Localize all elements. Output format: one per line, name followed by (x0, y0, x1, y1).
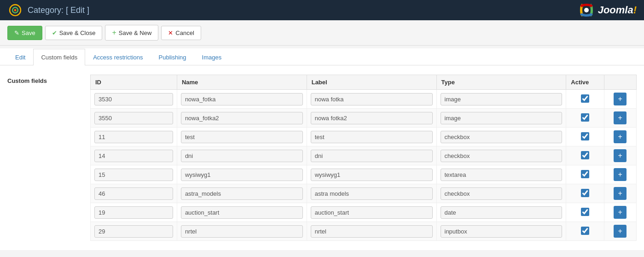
cell-name (177, 184, 307, 203)
cell-name (177, 165, 307, 184)
field-type-3[interactable] (441, 150, 563, 162)
cell-id (91, 222, 177, 241)
cell-active (566, 90, 604, 109)
save-label: Save (22, 29, 35, 36)
field-label-7[interactable] (311, 225, 433, 238)
active-checkbox-6[interactable] (581, 208, 589, 216)
svg-point-3 (14, 9, 16, 11)
toolbar: ✎ Save ✔ Save & Close + Save & New ✕ Can… (0, 20, 644, 46)
field-label-0[interactable] (311, 93, 433, 105)
save-new-button[interactable]: + Save & New (105, 25, 158, 41)
add-button-6[interactable]: + (614, 206, 627, 219)
cell-active (566, 109, 604, 128)
field-type-5[interactable] (441, 187, 563, 200)
field-name-0[interactable] (181, 93, 303, 105)
field-label-5[interactable] (311, 187, 433, 200)
cell-id (91, 90, 177, 109)
cell-type (436, 222, 566, 241)
field-type-4[interactable] (441, 169, 563, 181)
cell-id (91, 128, 177, 146)
save-button[interactable]: ✎ Save (7, 26, 42, 40)
field-type-2[interactable] (441, 131, 563, 143)
add-button-0[interactable]: + (614, 93, 627, 105)
tab-edit[interactable]: Edit (7, 49, 33, 65)
field-id-3[interactable] (94, 150, 173, 162)
field-name-5[interactable] (181, 187, 303, 200)
field-name-2[interactable] (181, 131, 303, 143)
add-button-7[interactable]: + (614, 225, 627, 238)
tab-access-restrictions[interactable]: Access restrictions (85, 49, 151, 65)
navbar: Category: [ Edit ] Joomla! (0, 0, 644, 20)
joomla-star-icon (7, 2, 23, 18)
cell-label (307, 203, 436, 222)
cell-label (307, 222, 436, 241)
active-checkbox-7[interactable] (581, 227, 589, 235)
cancel-icon: ✕ (168, 29, 173, 36)
save-close-button[interactable]: ✔ Save & Close (45, 26, 103, 40)
cell-label (307, 90, 436, 109)
cell-active (566, 165, 604, 184)
field-id-6[interactable] (94, 206, 173, 219)
save-icon: ✎ (14, 29, 19, 36)
field-label-6[interactable] (311, 206, 433, 219)
field-name-7[interactable] (181, 225, 303, 238)
cell-type (436, 90, 566, 109)
active-checkbox-0[interactable] (581, 94, 589, 103)
field-id-1[interactable] (94, 112, 173, 124)
cell-action: + (604, 90, 637, 109)
check-icon: ✔ (52, 29, 57, 36)
save-close-label: Save & Close (59, 29, 96, 36)
cell-id (91, 109, 177, 128)
field-name-6[interactable] (181, 206, 303, 219)
add-button-3[interactable]: + (614, 149, 627, 162)
svg-point-4 (584, 8, 589, 12)
field-id-7[interactable] (94, 225, 173, 238)
main-content: Custom fields ID Name Label Type Active (0, 65, 644, 250)
tab-publishing[interactable]: Publishing (151, 49, 194, 65)
tab-images[interactable]: Images (194, 49, 230, 65)
field-label-1[interactable] (311, 112, 433, 124)
field-label-3[interactable] (311, 150, 433, 162)
field-id-5[interactable] (94, 187, 173, 200)
add-button-4[interactable]: + (614, 168, 627, 181)
cell-type (436, 184, 566, 203)
cell-name (177, 222, 307, 241)
cell-type (436, 128, 566, 146)
active-checkbox-2[interactable] (581, 132, 589, 140)
active-checkbox-3[interactable] (581, 151, 589, 159)
joomla-logo-icon (578, 1, 595, 19)
active-checkbox-1[interactable] (581, 113, 589, 122)
cell-id (91, 146, 177, 165)
cell-name (177, 203, 307, 222)
field-label-2[interactable] (311, 131, 433, 143)
field-type-6[interactable] (441, 206, 563, 219)
cell-id (91, 203, 177, 222)
tab-custom-fields[interactable]: Custom fields (33, 49, 85, 65)
cell-active (566, 203, 604, 222)
add-button-5[interactable]: + (614, 187, 627, 200)
cancel-button[interactable]: ✕ Cancel (161, 26, 201, 40)
field-name-3[interactable] (181, 150, 303, 162)
field-type-1[interactable] (441, 112, 563, 124)
plus-green-icon: + (112, 29, 116, 37)
add-button-2[interactable]: + (614, 130, 627, 143)
field-id-2[interactable] (94, 131, 173, 143)
field-id-0[interactable] (94, 93, 173, 105)
col-header-id: ID (91, 75, 177, 90)
field-name-1[interactable] (181, 112, 303, 124)
active-checkbox-4[interactable] (581, 170, 589, 178)
table-row: + (91, 222, 637, 241)
cell-active (566, 222, 604, 241)
field-id-4[interactable] (94, 169, 173, 181)
cell-type (436, 203, 566, 222)
field-type-0[interactable] (441, 93, 563, 105)
save-new-label: Save & New (119, 29, 152, 36)
table-header-row: ID Name Label Type Active (91, 75, 637, 90)
joomla-logo: Joomla! (578, 1, 637, 19)
field-type-7[interactable] (441, 225, 563, 238)
add-button-1[interactable]: + (614, 111, 627, 124)
field-label-4[interactable] (311, 169, 433, 181)
cell-action: + (604, 109, 637, 128)
field-name-4[interactable] (181, 169, 303, 181)
active-checkbox-5[interactable] (581, 189, 589, 197)
